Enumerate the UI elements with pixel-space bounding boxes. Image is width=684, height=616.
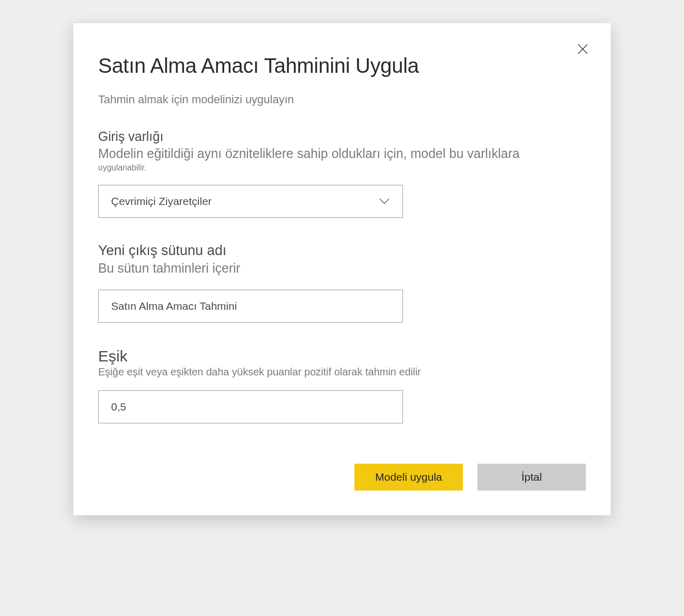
input-entity-hint-line1: Modelin eğitildiği aynı özniteliklere sa… bbox=[98, 145, 586, 163]
input-entity-section: Giriş varlığı Modelin eğitildiği aynı öz… bbox=[98, 129, 586, 218]
apply-model-button[interactable]: Modeli uygula bbox=[354, 464, 463, 491]
input-entity-selected-value: Çevrimiçi Ziyaretçiler bbox=[111, 195, 212, 208]
output-column-hint: Bu sütun tahminleri içerir bbox=[98, 260, 586, 277]
threshold-input[interactable] bbox=[98, 390, 403, 423]
close-button[interactable] bbox=[573, 40, 592, 58]
input-entity-label: Giriş varlığı bbox=[98, 129, 586, 144]
output-column-label: Yeni çıkış sütunu adı bbox=[98, 243, 586, 259]
chevron-down-icon bbox=[379, 195, 390, 208]
output-column-input[interactable] bbox=[98, 290, 403, 323]
input-entity-hint-line2: uygulanabilir. bbox=[98, 163, 586, 172]
input-entity-select[interactable]: Çevrimiçi Ziyaretçiler bbox=[98, 185, 403, 218]
output-column-section: Yeni çıkış sütunu adı Bu sütun tahminler… bbox=[98, 243, 586, 323]
dialog-footer: Modeli uygula İptal bbox=[98, 464, 586, 491]
threshold-label: Eşik bbox=[98, 348, 586, 365]
dialog-subtitle: Tahmin almak için modelinizi uygulayın bbox=[98, 93, 586, 106]
dialog-title: Satın Alma Amacı Tahminini Uygula bbox=[98, 54, 586, 77]
close-icon bbox=[577, 43, 589, 55]
apply-model-dialog: Satın Alma Amacı Tahminini Uygula Tahmin… bbox=[73, 23, 611, 515]
threshold-section: Eşik Eşiğe eşit veya eşikten daha yüksek… bbox=[98, 348, 586, 423]
threshold-hint: Eşiğe eşit veya eşikten daha yüksek puan… bbox=[98, 366, 586, 378]
cancel-button[interactable]: İptal bbox=[477, 464, 586, 491]
